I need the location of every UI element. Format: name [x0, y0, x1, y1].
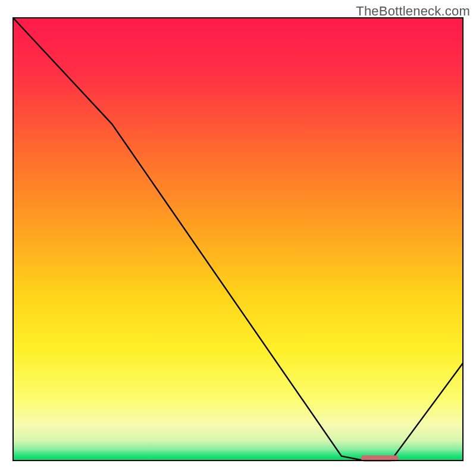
watermark-text: TheBottleneck.com: [356, 4, 470, 19]
bottleneck-chart: [0, 0, 476, 476]
chart-container: TheBottleneck.com: [0, 0, 476, 476]
plot-background: [13, 18, 463, 461]
